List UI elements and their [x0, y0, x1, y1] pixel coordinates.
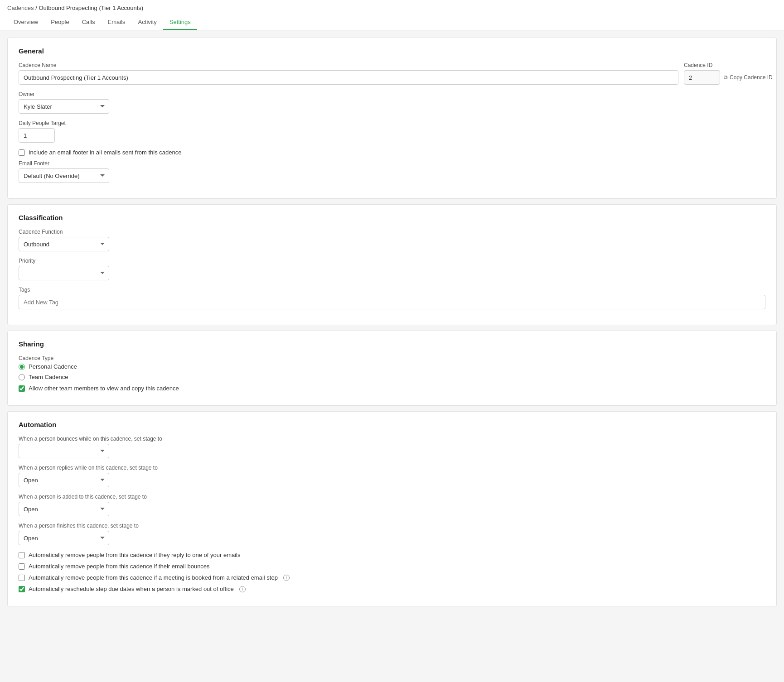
email-footer-select[interactable]: Default (No Override) — [19, 168, 109, 183]
auto-reschedule-row: Automatically reschedule step due dates … — [19, 586, 765, 592]
finishes-select[interactable]: Open — [19, 531, 109, 545]
tab-settings[interactable]: Settings — [163, 15, 197, 30]
auto-remove-meeting-label[interactable]: Automatically remove people from this ca… — [29, 574, 278, 581]
email-footer-row: Email Footer Default (No Override) — [19, 160, 765, 183]
cadence-name-row: Cadence Name Cadence ID ⧉ Copy Cadence I… — [19, 62, 765, 85]
top-bar: Cadences / Outbound Prospecting (Tier 1 … — [0, 0, 784, 30]
tab-emails-link[interactable]: Emails — [102, 15, 132, 30]
tab-settings-link[interactable]: Settings — [163, 15, 197, 30]
auto-remove-bounce-checkbox[interactable] — [19, 563, 25, 570]
finishes-row: When a person finishes this cadence, set… — [19, 523, 765, 545]
sharing-section: Sharing Cadence Type Personal Cadence Te… — [7, 331, 777, 406]
auto-remove-meeting-checkbox[interactable] — [19, 575, 25, 581]
replies-row: When a person replies while on this cade… — [19, 465, 765, 487]
cadence-id-input — [684, 70, 720, 85]
replies-label: When a person replies while on this cade… — [19, 465, 765, 471]
priority-row: Priority — [19, 258, 765, 280]
general-section: General Cadence Name Cadence ID ⧉ Copy C… — [7, 38, 777, 199]
copy-icon: ⧉ — [724, 74, 728, 81]
cadence-function-label: Cadence Function — [19, 229, 765, 235]
personal-cadence-label[interactable]: Personal Cadence — [29, 363, 77, 370]
cadence-id-label: Cadence ID — [684, 62, 765, 68]
auto-remove-meeting-row: Automatically remove people from this ca… — [19, 574, 765, 581]
replies-select[interactable]: Open — [19, 473, 109, 487]
auto-remove-reply-checkbox[interactable] — [19, 552, 25, 558]
tab-people[interactable]: People — [44, 15, 75, 30]
owner-row: Owner Kyle Slater — [19, 91, 765, 114]
general-title: General — [19, 47, 765, 55]
automation-title: Automation — [19, 421, 765, 428]
auto-remove-reply-row: Automatically remove people from this ca… — [19, 552, 765, 558]
cadence-name-input[interactable] — [19, 70, 678, 85]
bounces-row: When a person bounces while on this cade… — [19, 436, 765, 458]
bounces-label: When a person bounces while on this cade… — [19, 436, 765, 442]
daily-target-label: Daily People Target — [19, 120, 765, 126]
copy-cadence-id-label: Copy Cadence ID — [730, 74, 773, 81]
added-select[interactable]: Open — [19, 502, 109, 516]
priority-label: Priority — [19, 258, 765, 264]
breadcrumb: Cadences / Outbound Prospecting (Tier 1 … — [7, 5, 777, 11]
added-row: When a person is added to this cadence, … — [19, 494, 765, 516]
tags-input[interactable] — [19, 295, 765, 309]
sharing-title: Sharing — [19, 340, 765, 348]
tab-calls-link[interactable]: Calls — [76, 15, 102, 30]
auto-remove-bounce-row: Automatically remove people from this ca… — [19, 563, 765, 570]
email-footer-checkbox[interactable] — [19, 149, 25, 156]
tab-emails[interactable]: Emails — [102, 15, 132, 30]
cadence-type-label: Cadence Type — [19, 355, 765, 361]
cadence-id-group: ⧉ Copy Cadence ID — [684, 70, 765, 85]
personal-cadence-row: Personal Cadence — [19, 363, 765, 370]
cadence-name-label: Cadence Name — [19, 62, 678, 68]
email-footer-label: Email Footer — [19, 160, 765, 167]
allow-copy-checkbox[interactable] — [19, 385, 25, 392]
added-label: When a person is added to this cadence, … — [19, 494, 765, 500]
auto-remove-bounce-label[interactable]: Automatically remove people from this ca… — [29, 563, 210, 570]
classification-title: Classification — [19, 214, 765, 221]
personal-cadence-radio[interactable] — [19, 364, 25, 370]
tab-activity[interactable]: Activity — [132, 15, 163, 30]
tags-row: Tags — [19, 287, 765, 309]
cadence-type-radio-group: Personal Cadence Team Cadence — [19, 363, 765, 380]
finishes-label: When a person finishes this cadence, set… — [19, 523, 765, 529]
copy-cadence-id-button[interactable]: ⧉ Copy Cadence ID — [724, 74, 773, 81]
allow-copy-row: Allow other team members to view and cop… — [19, 385, 765, 392]
classification-section: Classification Cadence Function Outbound… — [7, 204, 777, 325]
breadcrumb-parent[interactable]: Cadences — [7, 5, 34, 11]
auto-reschedule-label[interactable]: Automatically reschedule step due dates … — [29, 586, 234, 592]
tab-calls[interactable]: Calls — [76, 15, 102, 30]
owner-select[interactable]: Kyle Slater — [19, 99, 109, 114]
daily-target-input[interactable] — [19, 128, 55, 143]
cadence-function-row: Cadence Function Outbound — [19, 229, 765, 251]
priority-select[interactable] — [19, 266, 109, 280]
tab-people-link[interactable]: People — [44, 15, 75, 30]
cadence-function-select[interactable]: Outbound — [19, 237, 109, 251]
nav-tabs: Overview People Calls Emails Activity Se… — [7, 15, 777, 30]
bounces-select[interactable] — [19, 444, 109, 458]
breadcrumb-current: Outbound Prospecting (Tier 1 Accounts) — [39, 5, 143, 11]
auto-reschedule-info-icon: i — [239, 586, 246, 592]
team-cadence-row: Team Cadence — [19, 374, 765, 380]
email-footer-checkbox-label[interactable]: Include an email footer in all emails se… — [29, 149, 181, 156]
cadence-name-field: Cadence Name — [19, 62, 678, 85]
auto-reschedule-checkbox[interactable] — [19, 586, 25, 592]
allow-copy-label[interactable]: Allow other team members to view and cop… — [29, 385, 179, 392]
auto-remove-meeting-info-icon: i — [283, 575, 290, 581]
tags-label: Tags — [19, 287, 765, 293]
main-content: General Cadence Name Cadence ID ⧉ Copy C… — [0, 30, 784, 614]
team-cadence-label[interactable]: Team Cadence — [29, 374, 68, 380]
tab-overview[interactable]: Overview — [7, 15, 44, 30]
owner-label: Owner — [19, 91, 765, 97]
cadence-id-field: Cadence ID ⧉ Copy Cadence ID — [684, 62, 765, 85]
tab-activity-link[interactable]: Activity — [132, 15, 163, 30]
tab-overview-link[interactable]: Overview — [7, 15, 44, 30]
automation-section: Automation When a person bounces while o… — [7, 411, 777, 606]
team-cadence-radio[interactable] — [19, 374, 25, 380]
auto-remove-reply-label[interactable]: Automatically remove people from this ca… — [29, 552, 241, 558]
email-footer-checkbox-row: Include an email footer in all emails se… — [19, 149, 765, 156]
daily-target-row: Daily People Target — [19, 120, 765, 143]
